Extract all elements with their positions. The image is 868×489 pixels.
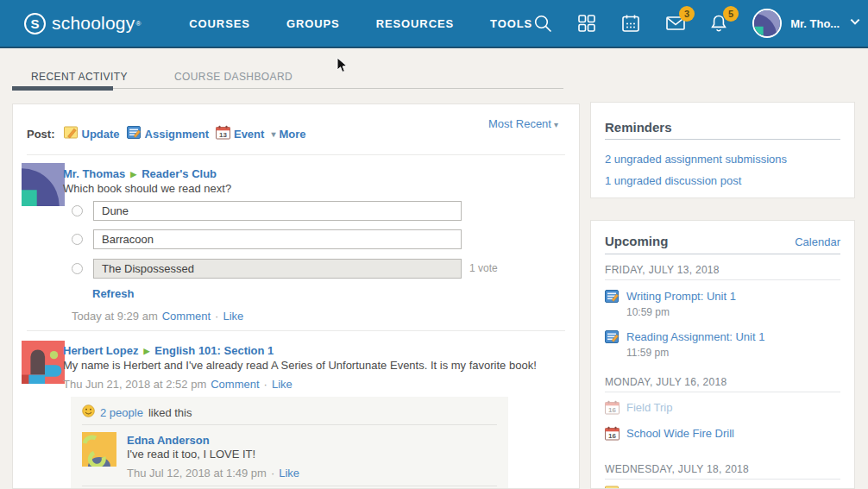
breadcrumb-arrow-icon: ▶ bbox=[130, 170, 136, 179]
notifications-bell-icon[interactable]: 5 bbox=[708, 13, 729, 34]
course-link[interactable]: English 101: Section 1 bbox=[154, 344, 274, 357]
divider bbox=[82, 486, 497, 486]
course-link[interactable]: Reader's Club bbox=[142, 167, 217, 180]
upcoming-event-time: 10:59 pm bbox=[626, 306, 670, 318]
divider bbox=[605, 254, 840, 254]
messages-badge: 3 bbox=[679, 6, 695, 22]
upcoming-date-heading: FRIDAY, JULY 13, 2018 bbox=[605, 264, 720, 276]
reminder-ungraded-discussion-link[interactable]: 1 ungraded discussion post bbox=[605, 174, 741, 187]
assignment-icon bbox=[605, 289, 620, 304]
reminders-title: Reminders bbox=[605, 120, 672, 135]
poll-radio-option-3[interactable] bbox=[72, 263, 83, 274]
comment-timestamp: Thu Jul 12, 2018 at 1:49 pm bbox=[127, 467, 267, 480]
user-avatar bbox=[752, 9, 782, 38]
divider bbox=[27, 154, 565, 155]
search-icon[interactable] bbox=[532, 13, 553, 34]
poll-option-1[interactable]: Dune bbox=[93, 201, 462, 221]
calendar-link[interactable]: Calendar bbox=[795, 235, 840, 248]
assignment-icon bbox=[605, 329, 620, 344]
schoology-logo[interactable]: S schoology ® bbox=[24, 13, 141, 34]
post-label: Post: bbox=[27, 128, 55, 141]
post-more-button[interactable]: ▾ More bbox=[271, 128, 305, 141]
upcoming-event-link[interactable]: Writing Prompt: Unit 1 bbox=[626, 290, 736, 303]
notifications-badge: 5 bbox=[723, 6, 739, 22]
post-header: Mr. Thomas ▶ Reader's Club bbox=[63, 167, 217, 180]
tab-course-dashboard[interactable]: COURSE DASHBOARD bbox=[174, 71, 292, 83]
upcoming-event-link[interactable]: Reading Assignment: Unit 1 bbox=[626, 330, 764, 343]
upcoming-card: Upcoming Calendar FRIDAY, JULY 13, 2018 … bbox=[590, 220, 855, 489]
chevron-down-icon[interactable] bbox=[848, 15, 862, 32]
brand-text: schoology bbox=[52, 13, 135, 34]
upcoming-event-time: 11:59 pm bbox=[626, 347, 669, 359]
post-header: Herbert Lopez ▶ English 101: Section 1 bbox=[63, 344, 274, 357]
liked-by-link[interactable]: 2 people bbox=[100, 406, 143, 419]
assignment-icon bbox=[127, 125, 142, 142]
comment-link[interactable]: Comment bbox=[162, 310, 211, 323]
nav-groups[interactable]: GROUPS bbox=[286, 17, 340, 30]
nav-resources[interactable]: RESOURCES bbox=[376, 17, 454, 30]
upcoming-date-heading: WEDNESDAY, JULY 18, 2018 bbox=[605, 463, 749, 475]
comment-link[interactable]: Comment bbox=[211, 378, 259, 391]
poll-radio-option-1[interactable] bbox=[72, 205, 83, 216]
author-link[interactable]: Mr. Thomas bbox=[63, 167, 125, 180]
update-note-icon bbox=[605, 485, 620, 489]
reminders-card: Reminders 2 ungraded assignment submissi… bbox=[590, 102, 855, 198]
post-meta: Today at 9:29 am Comment · Like bbox=[72, 310, 243, 323]
author-link[interactable]: Herbert Lopez bbox=[63, 344, 138, 357]
divider bbox=[27, 330, 565, 331]
post-meta: Thu Jun 21, 2018 at 2:52 pm Comment · Li… bbox=[63, 378, 292, 391]
like-link[interactable]: Like bbox=[223, 310, 243, 323]
nav-tools[interactable]: TOOLS bbox=[490, 17, 532, 30]
likes-summary: 2 people liked this bbox=[82, 404, 192, 420]
tab-underline bbox=[113, 88, 563, 89]
divider bbox=[605, 392, 840, 392]
comment-meta: Thu Jul 12, 2018 at 1:49 pm · Like bbox=[127, 467, 299, 480]
user-name: Mr. Tho... bbox=[790, 17, 840, 30]
divider bbox=[82, 424, 497, 425]
upcoming-title: Upcoming bbox=[605, 234, 668, 248]
tab-bar: RECENT ACTIVITY COURSE DASHBOARD bbox=[0, 48, 868, 93]
post-toolbar: Post: Update Assignment bbox=[27, 125, 305, 142]
poll-option-3[interactable]: The Dispossessed bbox=[93, 259, 462, 279]
comment-author-avatar[interactable] bbox=[82, 432, 116, 467]
post-update-button[interactable]: Update bbox=[64, 125, 120, 142]
messages-icon[interactable]: 3 bbox=[664, 13, 685, 34]
calendar-icon[interactable] bbox=[620, 13, 641, 34]
divider bbox=[605, 279, 840, 280]
post-assignment-button[interactable]: Assignment bbox=[127, 125, 209, 142]
caret-down-icon: ▾ bbox=[271, 129, 275, 139]
smiley-icon bbox=[82, 404, 95, 420]
like-link[interactable]: Like bbox=[279, 467, 299, 480]
upcoming-event-link[interactable]: School Wide Fire Drill bbox=[626, 427, 734, 440]
poll-refresh-link[interactable]: Refresh bbox=[92, 287, 134, 300]
nav-courses[interactable]: COURSES bbox=[189, 17, 250, 30]
registered-mark: ® bbox=[135, 20, 141, 28]
post-comments-panel: 2 people liked this Edna Anderson I've r… bbox=[71, 397, 508, 489]
upcoming-date-heading: MONDAY, JULY 16, 2018 bbox=[605, 376, 726, 388]
post-timestamp: Today at 9:29 am bbox=[72, 310, 158, 323]
active-tab-indicator bbox=[12, 86, 113, 91]
main-nav: COURSES GROUPS RESOURCES TOOLS bbox=[189, 17, 532, 30]
sort-most-recent-dropdown[interactable]: Most Recent▾ bbox=[488, 117, 558, 130]
post-event-button[interactable]: 13 Event bbox=[216, 125, 264, 142]
post-author-avatar[interactable] bbox=[22, 341, 65, 384]
separator: · bbox=[215, 310, 218, 323]
mouse-cursor bbox=[337, 57, 349, 78]
user-menu[interactable]: Mr. Tho... bbox=[752, 9, 862, 38]
upcoming-event-link[interactable]: Field Trip bbox=[626, 401, 672, 414]
caret-down-icon: ▾ bbox=[554, 120, 558, 129]
event-calendar-icon: 13 bbox=[216, 125, 230, 142]
poll-radio-option-2[interactable] bbox=[72, 234, 83, 245]
reminder-ungraded-assignments-link[interactable]: 2 ungraded assignment submissions bbox=[605, 153, 787, 166]
tab-recent-activity[interactable]: RECENT ACTIVITY bbox=[31, 71, 128, 83]
divider bbox=[605, 139, 840, 140]
app-grid-icon[interactable] bbox=[576, 13, 597, 34]
like-link[interactable]: Like bbox=[272, 378, 292, 391]
update-note-icon bbox=[64, 125, 79, 142]
event-calendar-icon: 16 bbox=[605, 400, 620, 415]
poll-option-2[interactable]: Barracoon bbox=[93, 229, 462, 249]
comment-author-link[interactable]: Edna Anderson bbox=[127, 434, 210, 447]
post-author-avatar[interactable] bbox=[22, 163, 65, 206]
svg-text:13: 13 bbox=[219, 131, 227, 139]
separator: · bbox=[264, 378, 267, 391]
